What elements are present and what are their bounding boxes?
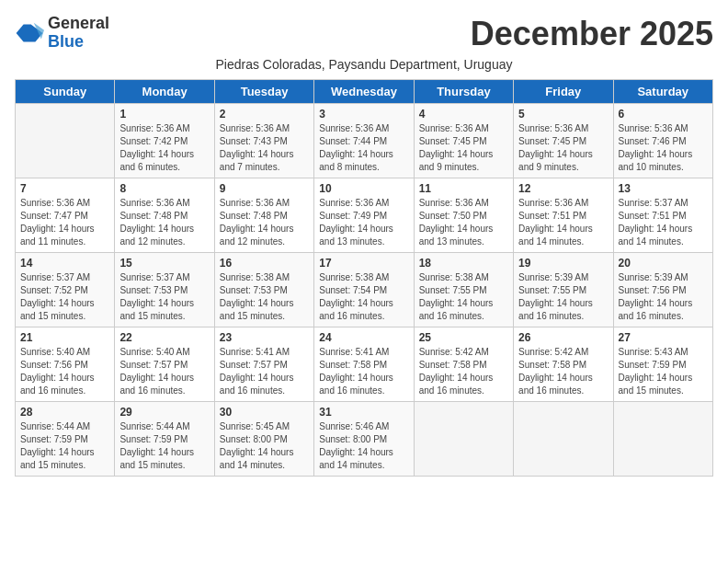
calendar-cell: 13Sunrise: 5:37 AMSunset: 7:51 PMDayligh…: [613, 178, 712, 253]
day-number: 12: [518, 182, 608, 195]
day-number: 2: [220, 108, 309, 121]
calendar-cell: 27Sunrise: 5:43 AMSunset: 7:59 PMDayligh…: [613, 327, 712, 402]
week-row-5: 28Sunrise: 5:44 AMSunset: 7:59 PMDayligh…: [16, 402, 713, 477]
calendar-cell: 21Sunrise: 5:40 AMSunset: 7:56 PMDayligh…: [16, 327, 115, 402]
day-header-friday: Friday: [514, 80, 613, 104]
day-number: 7: [20, 182, 109, 195]
day-number: 8: [119, 182, 209, 195]
cell-content: Sunrise: 5:37 AMSunset: 7:51 PMDaylight:…: [619, 197, 708, 248]
calendar-cell: 5Sunrise: 5:36 AMSunset: 7:45 PMDaylight…: [514, 104, 613, 178]
day-number: 1: [119, 108, 209, 121]
day-number: 17: [319, 257, 408, 270]
day-number: 5: [518, 108, 608, 121]
cell-content: Sunrise: 5:36 AMSunset: 7:46 PMDaylight:…: [619, 122, 708, 174]
cell-content: Sunrise: 5:36 AMSunset: 7:43 PMDaylight:…: [220, 122, 309, 174]
calendar-cell: [16, 104, 115, 178]
day-number: 3: [319, 108, 408, 121]
cell-content: Sunrise: 5:36 AMSunset: 7:48 PMDaylight:…: [119, 197, 209, 248]
cell-content: Sunrise: 5:36 AMSunset: 7:45 PMDaylight:…: [419, 122, 508, 174]
day-number: 22: [119, 331, 209, 344]
cell-content: Sunrise: 5:44 AMSunset: 7:59 PMDaylight:…: [119, 420, 209, 472]
calendar-table: SundayMondayTuesdayWednesdayThursdayFrid…: [15, 79, 713, 477]
calendar-cell: 23Sunrise: 5:41 AMSunset: 7:57 PMDayligh…: [214, 327, 313, 402]
cell-content: Sunrise: 5:41 AMSunset: 7:58 PMDaylight:…: [319, 346, 408, 397]
calendar-cell: 19Sunrise: 5:39 AMSunset: 7:55 PMDayligh…: [514, 253, 613, 327]
cell-content: Sunrise: 5:38 AMSunset: 7:53 PMDaylight:…: [220, 271, 309, 323]
day-number: 14: [20, 257, 109, 270]
calendar-cell: 25Sunrise: 5:42 AMSunset: 7:58 PMDayligh…: [414, 327, 513, 402]
day-header-wednesday: Wednesday: [314, 80, 414, 104]
day-number: 29: [119, 406, 209, 419]
calendar-cell: 11Sunrise: 5:36 AMSunset: 7:50 PMDayligh…: [414, 178, 513, 253]
day-number: 16: [220, 257, 309, 270]
calendar-cell: 22Sunrise: 5:40 AMSunset: 7:57 PMDayligh…: [115, 327, 214, 402]
cell-content: Sunrise: 5:37 AMSunset: 7:52 PMDaylight:…: [20, 271, 109, 323]
cell-content: Sunrise: 5:36 AMSunset: 7:45 PMDaylight:…: [518, 122, 608, 174]
calendar-cell: 9Sunrise: 5:36 AMSunset: 7:48 PMDaylight…: [214, 178, 313, 253]
week-row-3: 14Sunrise: 5:37 AMSunset: 7:52 PMDayligh…: [16, 253, 713, 327]
cell-content: Sunrise: 5:42 AMSunset: 7:58 PMDaylight:…: [419, 346, 508, 397]
calendar-cell: 26Sunrise: 5:42 AMSunset: 7:58 PMDayligh…: [514, 327, 613, 402]
calendar-cell: [514, 402, 613, 477]
day-number: 10: [319, 182, 408, 195]
calendar-cell: 18Sunrise: 5:38 AMSunset: 7:55 PMDayligh…: [414, 253, 513, 327]
calendar-cell: 2Sunrise: 5:36 AMSunset: 7:43 PMDaylight…: [214, 104, 313, 178]
day-number: 13: [619, 182, 708, 195]
calendar-cell: 7Sunrise: 5:36 AMSunset: 7:47 PMDaylight…: [16, 178, 115, 253]
day-number: 30: [220, 406, 309, 419]
calendar-cell: 28Sunrise: 5:44 AMSunset: 7:59 PMDayligh…: [16, 402, 115, 477]
cell-content: Sunrise: 5:46 AMSunset: 8:00 PMDaylight:…: [319, 420, 408, 472]
day-number: 23: [220, 331, 309, 344]
day-number: 15: [119, 257, 209, 270]
day-number: 26: [518, 331, 608, 344]
day-header-tuesday: Tuesday: [214, 80, 313, 104]
day-number: 11: [419, 182, 508, 195]
calendar-cell: [414, 402, 513, 477]
day-header-saturday: Saturday: [613, 80, 712, 104]
logo-icon: [15, 18, 44, 48]
cell-content: Sunrise: 5:45 AMSunset: 8:00 PMDaylight:…: [220, 420, 309, 472]
cell-content: Sunrise: 5:36 AMSunset: 7:44 PMDaylight:…: [319, 122, 408, 174]
day-number: 9: [220, 182, 309, 195]
day-number: 21: [20, 331, 109, 344]
cell-content: Sunrise: 5:44 AMSunset: 7:59 PMDaylight:…: [20, 420, 109, 472]
logo-text: General Blue: [48, 15, 109, 52]
day-number: 6: [619, 108, 708, 121]
week-row-4: 21Sunrise: 5:40 AMSunset: 7:56 PMDayligh…: [16, 327, 713, 402]
day-header-thursday: Thursday: [414, 80, 513, 104]
calendar-cell: 31Sunrise: 5:46 AMSunset: 8:00 PMDayligh…: [314, 402, 414, 477]
cell-content: Sunrise: 5:36 AMSunset: 7:51 PMDaylight:…: [518, 197, 608, 248]
day-number: 19: [518, 257, 608, 270]
calendar-cell: [613, 402, 712, 477]
calendar-cell: 3Sunrise: 5:36 AMSunset: 7:44 PMDaylight…: [314, 104, 414, 178]
cell-content: Sunrise: 5:42 AMSunset: 7:58 PMDaylight:…: [518, 346, 608, 397]
logo-blue: Blue: [48, 33, 109, 52]
day-number: 28: [20, 406, 109, 419]
cell-content: Sunrise: 5:38 AMSunset: 7:55 PMDaylight:…: [419, 271, 508, 323]
day-number: 25: [419, 331, 508, 344]
calendar-cell: 16Sunrise: 5:38 AMSunset: 7:53 PMDayligh…: [214, 253, 313, 327]
day-header-sunday: Sunday: [16, 80, 115, 104]
cell-content: Sunrise: 5:36 AMSunset: 7:42 PMDaylight:…: [119, 122, 209, 174]
logo-general: General: [48, 15, 109, 33]
week-row-2: 7Sunrise: 5:36 AMSunset: 7:47 PMDaylight…: [16, 178, 713, 253]
cell-content: Sunrise: 5:39 AMSunset: 7:56 PMDaylight:…: [619, 271, 708, 323]
subtitle: Piedras Coloradas, Paysandu Department, …: [15, 57, 713, 72]
day-header-monday: Monday: [115, 80, 214, 104]
cell-content: Sunrise: 5:43 AMSunset: 7:59 PMDaylight:…: [619, 346, 708, 397]
calendar-cell: 24Sunrise: 5:41 AMSunset: 7:58 PMDayligh…: [314, 327, 414, 402]
calendar-cell: 4Sunrise: 5:36 AMSunset: 7:45 PMDaylight…: [414, 104, 513, 178]
logo: General Blue: [15, 15, 109, 52]
cell-content: Sunrise: 5:36 AMSunset: 7:50 PMDaylight:…: [419, 197, 508, 248]
cell-content: Sunrise: 5:36 AMSunset: 7:47 PMDaylight:…: [20, 197, 109, 248]
cell-content: Sunrise: 5:39 AMSunset: 7:55 PMDaylight:…: [518, 271, 608, 323]
calendar-cell: 29Sunrise: 5:44 AMSunset: 7:59 PMDayligh…: [115, 402, 214, 477]
calendar-cell: 15Sunrise: 5:37 AMSunset: 7:53 PMDayligh…: [115, 253, 214, 327]
calendar-cell: 8Sunrise: 5:36 AMSunset: 7:48 PMDaylight…: [115, 178, 214, 253]
day-number: 18: [419, 257, 508, 270]
day-number: 31: [319, 406, 408, 419]
calendar-cell: 17Sunrise: 5:38 AMSunset: 7:54 PMDayligh…: [314, 253, 414, 327]
week-row-1: 1Sunrise: 5:36 AMSunset: 7:42 PMDaylight…: [16, 104, 713, 178]
header-row: SundayMondayTuesdayWednesdayThursdayFrid…: [16, 80, 713, 104]
calendar-cell: 6Sunrise: 5:36 AMSunset: 7:46 PMDaylight…: [613, 104, 712, 178]
